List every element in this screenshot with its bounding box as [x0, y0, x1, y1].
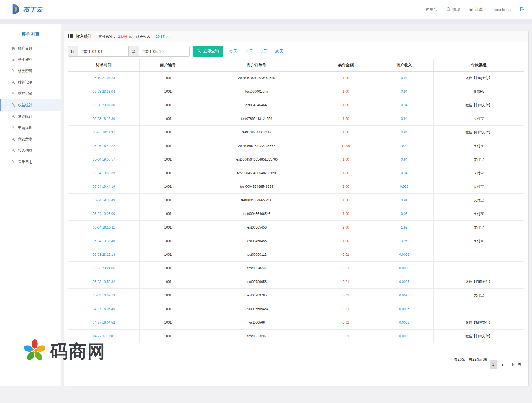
range-today-link[interactable]: 今天	[229, 49, 237, 54]
order-time-cell[interactable]: 05-04 19:16:11	[68, 221, 140, 234]
order-time-cell[interactable]: 05-03 23:21:06	[68, 262, 140, 275]
merchant-income-cell: 0.94	[375, 153, 434, 166]
order-time-cell[interactable]: 05-04 19:55:39	[68, 166, 140, 180]
order-time-cell[interactable]: 05-08 23:33:04	[68, 85, 140, 98]
order-time-cell[interactable]: 05-03 10:53:32	[68, 275, 140, 289]
merchant-order-no-cell: test0004656	[196, 262, 317, 275]
sidebar-item-label: 申请提现	[18, 125, 32, 130]
merchant-order-no-cell: test0645464645	[196, 98, 317, 112]
merchant-income-cell: 1.92	[375, 221, 434, 234]
next-page-button[interactable]: 下一页	[508, 360, 524, 369]
sidebar-item-label: 结算记录	[18, 80, 32, 85]
merchant-income-cell: 0.94	[375, 71, 434, 85]
brand[interactable]: 布丁云	[11, 4, 43, 16]
table-row: 05-08 18:12:301001test078654131246541.00…	[68, 112, 524, 126]
bell-icon	[446, 7, 451, 12]
sidebar-item-apply-withdraw[interactable]: 申请提现	[0, 122, 61, 133]
sidebar-item-my-rates[interactable]: 我的费率	[0, 133, 61, 145]
date-separator: 至	[129, 46, 139, 57]
pay-channel-cell: 微信【扫码支付】	[433, 98, 524, 112]
sidebar-item-access-info[interactable]: 接入信息	[0, 145, 61, 156]
order-time-cell[interactable]: 04-27 16:04:52	[68, 316, 140, 330]
list-icon	[68, 34, 73, 39]
key-icon	[11, 69, 16, 73]
order-time-cell[interactable]: 05-08 23:07:30	[68, 98, 140, 112]
search-button[interactable]: 立即查询	[193, 46, 223, 57]
date-to-input[interactable]	[139, 46, 190, 57]
col-merchant-id: 商户编号	[139, 59, 196, 71]
table-row: 05-04 19:55:391001test000456466548783123…	[68, 166, 524, 180]
col-paid-amount: 实付金额	[317, 59, 375, 71]
pay-channel-cell: 微信【扫码支付】	[433, 126, 524, 139]
order-time-cell[interactable]: 05-03 10:52:13	[68, 289, 140, 302]
merchant-order-no-cell: test0656896	[196, 330, 317, 343]
sidebar-item-income-stats[interactable]: 收益统计	[0, 99, 61, 111]
key-icon	[11, 103, 16, 107]
paid-amount-cell: 0.01	[317, 275, 375, 289]
page-1-button[interactable]: 1	[490, 360, 497, 369]
order-time-cell[interactable]: 05-04 13:33:46	[68, 234, 140, 248]
sidebar-item-account-home[interactable]: 账户首页	[0, 42, 61, 54]
merchant-income-cell: 0.0096	[375, 330, 434, 343]
paid-amount-cell: 1.00	[317, 194, 375, 207]
nav-username[interactable]: chuncheng	[492, 7, 511, 12]
sidebar-item-channel-stats[interactable]: 通道统计	[0, 111, 61, 122]
sidebar-item-transaction-records[interactable]: 交易记录	[0, 88, 61, 99]
order-time-cell[interactable]: 05-10 21:07:23	[68, 71, 140, 85]
pay-channel-cell: -	[433, 248, 524, 262]
table-row: 05-04 13:33:461001test004564551.000.96支付…	[68, 234, 524, 248]
paid-amount-cell: 1.00	[317, 126, 375, 139]
table-row: 05-04 19:33:491001test000456466564561.00…	[68, 194, 524, 207]
order-time-cell[interactable]: 05-04 19:25:00	[68, 207, 140, 221]
sidebar-item-change-password[interactable]: 修改密码	[0, 65, 61, 77]
logout-button[interactable]	[520, 7, 524, 12]
date-filter-row: 至 立即查询 今天 昨天 7天 30天	[68, 46, 524, 57]
merchant-id-cell: 1001	[139, 248, 196, 262]
nav-console[interactable]: 控制台	[426, 7, 437, 12]
merchant-income-cell: 0.94	[375, 166, 434, 180]
paid-amount-cell: 0.01	[317, 302, 375, 316]
sidebar-item-label: 基本资料	[18, 57, 32, 62]
pay-channel-cell: 微信【扫码支付】	[433, 275, 524, 289]
key-icon	[11, 115, 16, 118]
pay-channel-cell: 支付宝	[433, 234, 524, 248]
nav-withdraw[interactable]: 提现	[446, 7, 460, 12]
merchant-income-cell: 0.06	[375, 207, 434, 221]
pay-channel-cell: -	[433, 262, 524, 275]
order-time-cell[interactable]: 05-04 19:58:57	[68, 153, 140, 166]
merchant-id-cell: 1001	[139, 112, 196, 126]
merchant-id-cell: 1001	[139, 234, 196, 248]
panel-title: 收入统计	[68, 34, 92, 39]
paid-total-value: 23.09	[118, 34, 127, 39]
merchant-income-unit: 元	[166, 34, 170, 39]
sidebar-item-basic-info[interactable]: 基本资料	[0, 54, 61, 65]
pagination-summary: 每页20条，共22条记录	[451, 357, 487, 362]
order-time-cell[interactable]: 05-04 19:44:19	[68, 180, 140, 194]
merchant-income-cell: 0.0096	[375, 262, 434, 275]
sidebar-item-label: 交易记录	[18, 91, 32, 96]
merchant-id-cell: 1001	[139, 262, 196, 275]
col-order-time: 订单时间	[68, 59, 140, 71]
nav-orders[interactable]: 订单	[469, 7, 483, 12]
watermark-text: 码商网	[50, 339, 106, 364]
range-30days-link[interactable]: 30天	[267, 49, 283, 54]
paid-amount-cell: 0.01	[317, 316, 375, 330]
merchant-income-cell: 0.0096	[375, 275, 434, 289]
order-time-cell[interactable]: 05-03 23:22:18	[68, 248, 140, 262]
order-time-cell[interactable]: 05-06 16:40:22	[68, 139, 140, 153]
merchant-id-cell: 1001	[139, 71, 196, 85]
sidebar-item-settlement-records[interactable]: 结算记录	[0, 77, 61, 88]
range-7days-link[interactable]: 7天	[253, 49, 267, 54]
order-time-cell[interactable]: 05-08 18:12:30	[68, 112, 140, 126]
sidebar-item-login-logs[interactable]: 登录日志	[0, 156, 61, 168]
date-from-input[interactable]	[78, 46, 129, 57]
range-yesterday-link[interactable]: 昨天	[237, 49, 253, 54]
table-row: 05-08 23:07:301001test06454646451.000.94…	[68, 98, 524, 112]
merchant-order-no-cell: 20210510210723458580	[196, 71, 317, 85]
order-time-cell[interactable]: 04-27 16:05:49	[68, 302, 140, 316]
merchant-income-cell: 9.4	[375, 139, 434, 153]
page-2-button[interactable]: 2	[499, 360, 506, 369]
order-time-cell[interactable]: 05-08 18:11:37	[68, 126, 140, 139]
pay-channel-cell: 支付宝	[433, 139, 524, 153]
order-time-cell[interactable]: 05-04 19:33:49	[68, 194, 140, 207]
